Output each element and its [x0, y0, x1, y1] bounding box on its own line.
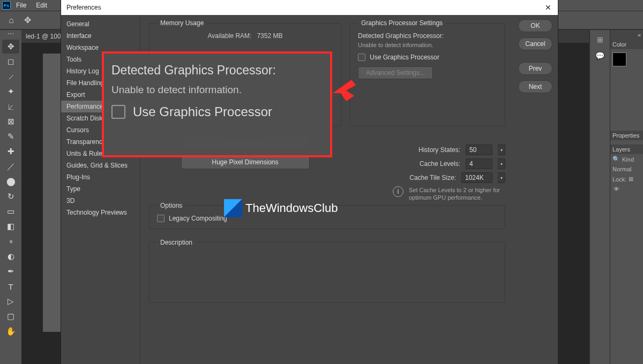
cache-levels-label: Cache Levels: — [420, 160, 460, 168]
advanced-settings-button[interactable]: Advanced Settings... — [358, 66, 433, 79]
eraser-tool-icon[interactable]: ▭ — [2, 204, 19, 218]
cancel-button[interactable]: Cancel — [518, 37, 552, 50]
category-interface[interactable]: Interface — [61, 30, 140, 42]
use-gpu-checkbox[interactable]: Use Graphics Processor — [358, 54, 497, 61]
cache-help-text: Set Cache Levels to 2 or higher for opti… — [409, 186, 505, 202]
collapse-panels-icon[interactable]: « — [610, 30, 643, 40]
category-units-rulers[interactable]: Units & Rulers — [61, 148, 140, 160]
close-icon[interactable]: ✕ — [542, 2, 555, 13]
right-icon-bar: ⊞ 💬 — [589, 30, 610, 364]
category-history-log[interactable]: History Log — [61, 65, 140, 77]
photoshop-logo-icon: Ps — [2, 1, 11, 10]
blur-tool-icon[interactable]: ∘ — [2, 234, 19, 248]
gpu-legend: Graphics Processor Settings — [358, 19, 446, 27]
menu-edit[interactable]: Edit — [36, 2, 47, 9]
category-file-handling[interactable]: File Handling — [61, 77, 140, 89]
chevron-down-icon[interactable]: ▾ — [498, 145, 505, 155]
prev-button[interactable]: Prev — [518, 62, 552, 75]
lasso-tool-icon[interactable]: ⟋ — [2, 70, 19, 84]
layers-filter[interactable]: 🔍Kind — [610, 154, 643, 164]
category-tech-previews[interactable]: Technology Previews — [61, 207, 140, 218]
category-general[interactable]: General — [61, 18, 140, 30]
options-legend: Options — [157, 202, 185, 209]
available-ram-label: Available RAM: — [208, 32, 252, 40]
dialog-titlebar: Preferences ✕ — [61, 0, 558, 15]
memory-usage-legend: Memory Usage — [157, 19, 207, 27]
graphics-processor-group: Graphics Processor Settings Detected Gra… — [350, 19, 505, 126]
grip-icon — [5, 33, 16, 36]
next-button[interactable]: Next — [518, 80, 552, 93]
detected-gpu-label: Detected Graphics Processor: — [358, 32, 497, 40]
move-tool-icon[interactable]: ✥ — [19, 14, 35, 27]
checkbox-icon — [157, 215, 165, 222]
category-cursors[interactable]: Cursors — [61, 124, 140, 136]
preferences-category-list: General Interface Workspace Tools Histor… — [61, 15, 140, 364]
info-icon: i — [393, 186, 403, 197]
category-guides-grid[interactable]: Guides, Grid & Slices — [61, 160, 140, 171]
dialog-title: Preferences — [66, 4, 101, 11]
gradient-tool-icon[interactable]: ◧ — [2, 219, 19, 233]
dialog-button-column: OK Cancel Prev Next — [512, 15, 558, 364]
description-group: Description — [149, 239, 505, 303]
chat-icon[interactable]: 💬 — [593, 49, 607, 62]
category-transparency[interactable]: Transparency — [61, 136, 140, 148]
chevron-down-icon[interactable]: ▾ — [498, 172, 505, 183]
history-brush-tool-icon[interactable]: ↻ — [2, 189, 19, 203]
eye-icon[interactable]: 👁 — [612, 186, 620, 192]
crop-tool-icon[interactable]: ⟀ — [2, 100, 19, 113]
legacy-compositing-checkbox[interactable]: Legacy Compositing — [157, 215, 497, 222]
menu-file[interactable]: File — [16, 2, 26, 9]
marquee-tool-icon[interactable]: ◻ — [2, 55, 19, 69]
checkbox-icon — [358, 54, 365, 61]
history-states-label: History States: — [418, 146, 460, 154]
options-group: Options Legacy Compositing — [149, 202, 505, 229]
available-ram-value: 7352 MB — [257, 32, 282, 40]
panel-icon[interactable]: ⊞ — [593, 33, 607, 46]
eyedropper-tool-icon[interactable]: ✎ — [2, 130, 19, 143]
hand-tool-icon[interactable]: ✋ — [2, 324, 19, 338]
move-tool-icon[interactable]: ✥ — [2, 40, 19, 54]
category-type[interactable]: Type — [61, 183, 140, 195]
cache-tile-label: Cache Tile Size: — [409, 174, 456, 181]
preset-default-photos-button[interactable]: Default / Photos — [181, 136, 310, 150]
quick-select-tool-icon[interactable]: ✦ — [2, 85, 19, 98]
right-panels: « Color Properties Layers 🔍Kind Normal L… — [610, 30, 643, 364]
ok-button[interactable]: OK — [518, 19, 552, 32]
properties-panel-tab[interactable]: Properties — [610, 131, 643, 140]
category-performance[interactable]: Performance — [61, 101, 140, 112]
stamp-tool-icon[interactable]: ⬤ — [2, 175, 19, 188]
chevron-down-icon[interactable]: ▾ — [498, 158, 505, 169]
path-select-tool-icon[interactable]: ▷ — [2, 294, 19, 308]
tools-panel: ✥ ◻ ⟋ ✦ ⟀ ⊠ ✎ ✚ ／ ⬤ ↻ ▭ ◧ ∘ ◐ ✒ T ▷ ▢ ✋ — [0, 30, 21, 364]
type-tool-icon[interactable]: T — [2, 279, 19, 293]
cache-tile-select[interactable]: 1024K — [461, 172, 492, 183]
category-workspace[interactable]: Workspace — [61, 42, 140, 54]
category-scratch-disks[interactable]: Scratch Disks — [61, 112, 140, 124]
category-tools[interactable]: Tools — [61, 54, 140, 65]
category-export[interactable]: Export — [61, 89, 140, 101]
layer-visibility[interactable]: 👁 — [610, 184, 643, 194]
preferences-dialog: Preferences ✕ General Interface Workspac… — [61, 0, 558, 364]
layers-panel-tab[interactable]: Layers — [610, 145, 643, 154]
history-states-input[interactable]: 50 — [466, 145, 492, 155]
brush-tool-icon[interactable]: ／ — [2, 160, 19, 173]
memory-usage-group: Memory Usage Available RAM: 7352 MB — [149, 19, 341, 126]
category-plugins[interactable]: Plug-Ins — [61, 171, 140, 183]
dodge-tool-icon[interactable]: ◐ — [2, 249, 19, 263]
description-legend: Description — [157, 239, 196, 246]
cache-levels-input[interactable]: 4 — [466, 158, 492, 169]
preferences-content: Memory Usage Available RAM: 7352 MB Grap… — [140, 15, 512, 364]
rectangle-tool-icon[interactable]: ▢ — [2, 309, 19, 323]
detected-gpu-value: Unable to detect information. — [358, 41, 497, 49]
lock-row: Lock: ⊞ — [610, 174, 643, 184]
foreground-color-swatch[interactable] — [612, 52, 626, 66]
blend-mode-select[interactable]: Normal — [610, 164, 643, 174]
category-3d[interactable]: 3D — [61, 195, 140, 207]
color-panel-tab[interactable]: Color — [610, 40, 643, 49]
home-icon[interactable]: ⌂ — [3, 14, 19, 27]
preset-huge-pixel-button[interactable]: Huge Pixel Dimensions — [181, 155, 310, 169]
frame-tool-icon[interactable]: ⊠ — [2, 115, 19, 128]
healing-tool-icon[interactable]: ✚ — [2, 145, 19, 158]
pen-tool-icon[interactable]: ✒ — [2, 264, 19, 278]
